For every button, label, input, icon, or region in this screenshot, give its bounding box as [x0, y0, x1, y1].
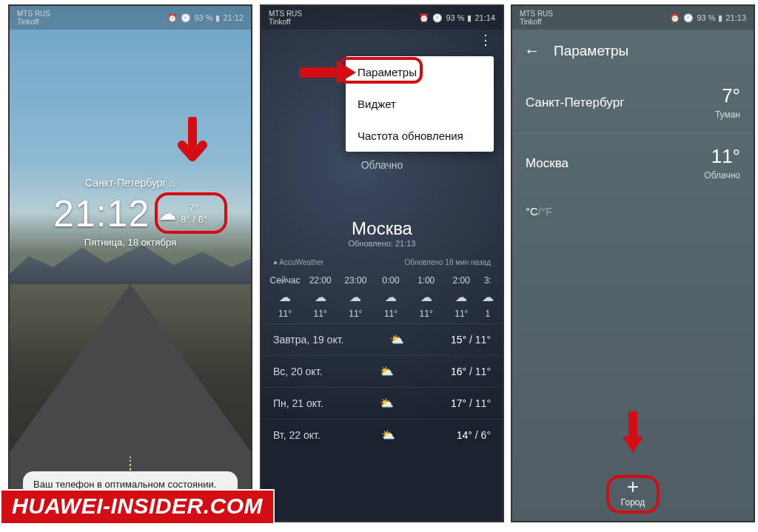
cloud-icon: ☁: [375, 290, 407, 304]
page-title: Параметры: [554, 43, 628, 59]
day-hi: 16°: [451, 366, 466, 377]
city-name: Москва: [261, 218, 503, 239]
city-cond: Облачно: [704, 170, 740, 181]
widget-city: Санкт-Петербург ⌂: [85, 177, 175, 189]
battery-icon: ▮: [718, 13, 722, 23]
annotation-arrow-down: [620, 408, 646, 457]
city-temp: 7°: [722, 84, 740, 107]
battery-icon: ▮: [215, 13, 220, 23]
hour-temp: 11°: [410, 309, 443, 319]
status-time: 21:14: [474, 13, 495, 22]
hour-label: 3:: [480, 275, 495, 286]
day-lo: 11°: [475, 397, 491, 409]
alarm-icon: ⏰: [167, 13, 178, 23]
city-row[interactable]: Москва 11°Облачно: [512, 132, 754, 193]
source-row: ● AccuWeather Обновлено 18 мин назад: [261, 248, 503, 271]
toast-text: Ваш телефон в оптимальном состоянии.: [33, 479, 216, 490]
day-hi: 17°: [451, 397, 466, 409]
cloud-icon: ☁: [480, 290, 495, 304]
screenshot-weather-app: MTS RUS Tinkoff ⏰ 🕘 93 % ▮ 21:14 ⋮ Парам…: [260, 4, 504, 522]
hour-col: Сейчас☁11°: [269, 275, 301, 319]
daily-list[interactable]: Завтра, 19 окт.⛅15° / 11° Вс, 20 окт.⛅16…: [261, 323, 503, 451]
city-name: Санкт-Петербург: [526, 95, 624, 110]
carrier-label: MTS RUS: [17, 10, 50, 18]
unit-f: °F: [541, 205, 552, 218]
hour-temp: 11°: [339, 309, 372, 319]
day-row: Завтра, 19 окт.⛅15° / 11°: [261, 323, 503, 355]
day-lo: 11°: [475, 334, 491, 346]
updated-label: Обновлено: 21:13: [261, 239, 503, 248]
hour-temp: 1: [480, 309, 495, 319]
source-updated: Обновлено 18 мин назад: [404, 258, 491, 266]
partly-sunny-icon: ⛅: [390, 333, 404, 346]
back-icon[interactable]: ←: [524, 41, 540, 61]
source-name: ● AccuWeather: [273, 258, 323, 266]
carrier-label: MTS RUS: [269, 10, 302, 18]
battery-label: 93 %: [446, 13, 464, 22]
city-cond: Туман: [715, 110, 740, 120]
carrier-label: MTS RUS: [520, 10, 553, 18]
hour-temp: 11°: [269, 309, 301, 319]
hour-label: 22:00: [304, 275, 337, 286]
alarm-icon: ⏰: [419, 13, 429, 23]
watermark: HUAWEI-INSIDER.COM: [0, 489, 275, 525]
city-row[interactable]: Санкт-Петербург 7°Туман: [512, 73, 754, 132]
screenshot-lockscreen: MTS RUS Tinkoff ⏰ 🕘 93 % ▮ 21:12 Санкт-П…: [8, 4, 252, 522]
partly-sunny-icon: ⛅: [380, 397, 394, 410]
cloud-icon: ☁: [304, 290, 337, 304]
hour-col: 23:00☁11°: [339, 275, 372, 319]
annotation-arrow-down: [176, 117, 209, 176]
day-row: Вт, 22 окт.⛅14° / 6°: [261, 419, 503, 451]
status-time: 21:12: [223, 13, 244, 22]
unit-toggle[interactable]: °C/°F: [512, 193, 754, 229]
day-lo: 11°: [475, 366, 491, 377]
home-icon: ⌂: [170, 177, 175, 189]
hour-label: 23:00: [339, 275, 372, 286]
status-bar: MTS RUS Tinkoff ⏰ 🕘 93 % ▮ 21:14: [261, 6, 503, 30]
battery-icon: ▮: [467, 13, 472, 23]
hour-temp: 11°: [445, 309, 477, 319]
hour-col: 22:00☁11°: [304, 275, 337, 319]
city-temp: 11°: [711, 145, 740, 167]
day-label: Вс, 20 окт.: [273, 366, 322, 377]
kebab-menu-icon[interactable]: ⋮: [479, 38, 492, 41]
status-bar: MTS RUS Tinkoff ⏰ 🕘 93 % ▮ 21:12: [10, 6, 251, 30]
day-hi: 14°: [457, 429, 472, 441]
battery-label: 93 %: [194, 13, 212, 22]
hour-col: 3:☁1: [480, 275, 495, 319]
source-text: AccuWeather: [279, 258, 323, 266]
hour-label: Сейчас: [269, 275, 301, 286]
cloud-icon: ☁: [445, 290, 477, 304]
widget-city-name: Санкт-Петербург: [85, 177, 167, 189]
day-row: Пн, 21 окт.⛅17° / 11°: [261, 387, 503, 419]
hour-col: 2:00☁11°: [445, 275, 477, 319]
widget-date: Пятница, 18 октября: [10, 237, 251, 248]
menu-item-update-freq[interactable]: Частота обновления: [346, 120, 494, 152]
menu-item-widget[interactable]: Виджет: [346, 88, 494, 120]
bank-label: Tinkoff: [17, 18, 50, 26]
day-label: Завтра, 19 окт.: [273, 334, 343, 346]
alarm-icon: ⏰: [670, 13, 680, 23]
bank-label: Tinkoff: [520, 18, 553, 26]
partly-sunny-icon: ⛅: [380, 365, 394, 378]
unit-c: °C: [526, 205, 538, 218]
hour-temp: 11°: [304, 309, 337, 319]
status-time: 21:13: [725, 13, 746, 22]
city-header: Москва Обновлено: 21:13: [261, 218, 503, 248]
hourly-row[interactable]: Сейчас☁11° 22:00☁11° 23:00☁11° 0:00☁11° …: [261, 271, 503, 323]
day-hi: 15°: [451, 334, 466, 346]
screenshot-settings: MTS RUS Tinkoff ⏰ 🕘 93 % ▮ 21:13 ← Парам…: [511, 4, 755, 522]
cloud-icon: ☁: [410, 290, 443, 304]
hour-col: 0:00☁11°: [375, 275, 407, 319]
bank-label: Tinkoff: [269, 18, 302, 26]
day-row: Вс, 20 окт.⛅16° / 11°: [261, 355, 503, 387]
annotation-ring-addcity: [606, 475, 660, 514]
battery-label: 93 %: [697, 13, 715, 22]
cloud-icon: ☁: [269, 290, 301, 304]
app-bar: ← Параметры: [512, 30, 754, 73]
hour-label: 1:00: [410, 275, 443, 286]
partly-sunny-icon: ⛅: [381, 428, 395, 442]
current-condition: Облачно: [261, 159, 503, 171]
hour-label: 0:00: [375, 275, 407, 286]
status-bar: MTS RUS Tinkoff ⏰ 🕘 93 % ▮ 21:13: [512, 6, 754, 30]
